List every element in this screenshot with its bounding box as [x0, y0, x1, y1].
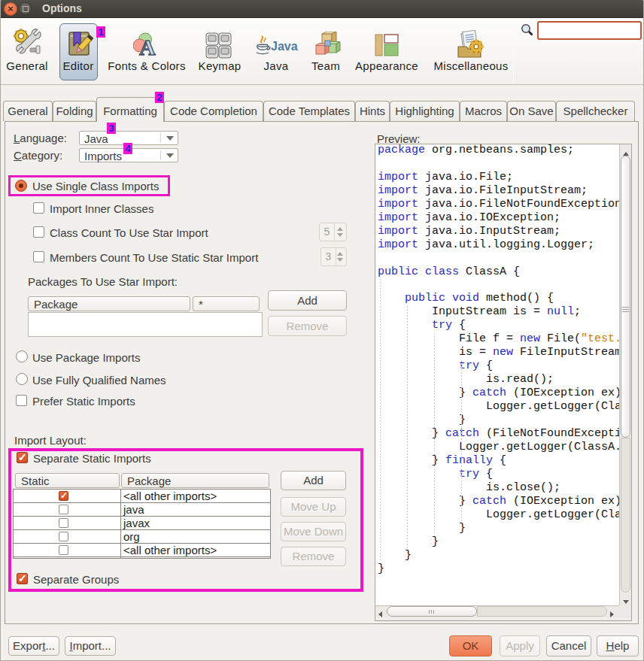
- svg-text:Java: Java: [271, 40, 298, 53]
- svg-text:A: A: [139, 35, 156, 57]
